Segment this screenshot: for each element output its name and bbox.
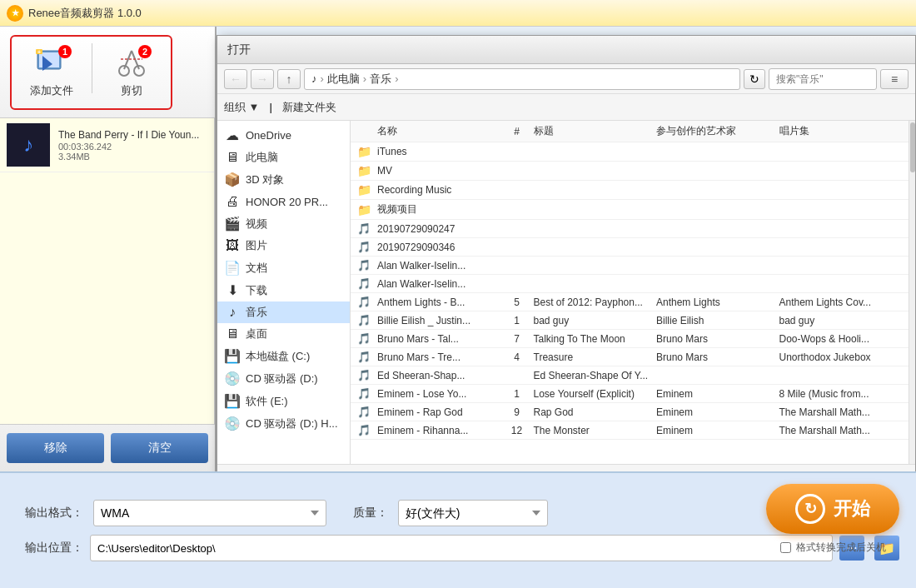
- sidebar-icon: 🎬: [224, 216, 241, 232]
- file-row[interactable]: 🎵 Anthem Lights - B... 5 Best of 2012: P…: [351, 293, 909, 311]
- file-row[interactable]: 🎵 20190729090247: [351, 220, 909, 238]
- file-row[interactable]: 📁 视频项目: [351, 200, 909, 220]
- output-path-input[interactable]: [90, 535, 833, 561]
- file-row-name: iTunes: [377, 146, 500, 157]
- file-row[interactable]: 🎵 Ed Sheeran-Shap... Ed Sheeran-Shape Of…: [351, 366, 909, 385]
- sidebar-label: 此电脑: [246, 150, 278, 165]
- sidebar-label: CD 驱动器 (D:) H...: [246, 416, 338, 431]
- sidebar-item-音乐[interactable]: ♪音乐: [217, 301, 350, 323]
- add-file-number: 1: [58, 45, 72, 58]
- file-row-name: 视频项目: [377, 202, 500, 217]
- sidebar-item-onedrive[interactable]: ☁OneDrive: [217, 124, 350, 147]
- file-row[interactable]: 🎵 Eminem - Rihanna... 12 The Monster Emi…: [351, 421, 909, 440]
- start-button[interactable]: ↻ 开始: [766, 484, 899, 534]
- view-options-button[interactable]: ≡: [880, 69, 909, 89]
- cut-button[interactable]: 2 剪切: [102, 43, 161, 102]
- file-row[interactable]: 📁 Recording Music: [351, 181, 909, 200]
- dialog-sidebar: ☁OneDrive🖥此电脑📦3D 对象🖨HONOR 20 PR...🎬视频🖼图片…: [217, 121, 351, 464]
- bottom-buttons: 移除 清空: [0, 424, 215, 471]
- file-row-name: Bruno Mars - Tre...: [377, 351, 500, 363]
- sidebar-label: OneDrive: [246, 129, 291, 142]
- sidebar-item-软件(e:)[interactable]: 💾软件 (E:): [217, 390, 350, 412]
- file-row-album: Unorthodox Jukebox: [779, 351, 903, 363]
- search-input[interactable]: [769, 68, 877, 90]
- sidebar-item-图片[interactable]: 🖼图片: [217, 235, 350, 257]
- col-artist[interactable]: 参与创作的艺术家: [656, 124, 779, 138]
- sidebar-item-文档[interactable]: 📄文档: [217, 257, 350, 279]
- col-number[interactable]: #: [500, 126, 534, 137]
- scroll-indicator[interactable]: [909, 121, 915, 464]
- file-row-name: Bruno Mars - Tal...: [377, 333, 500, 345]
- sidebar-label: 桌面: [246, 326, 267, 341]
- file-row[interactable]: 🎵 Alan Walker-Iselin...: [351, 275, 909, 293]
- file-row-num: 9: [500, 406, 534, 418]
- sidebar-icon: 💾: [224, 393, 241, 409]
- sidebar-item-cd驱动器(d:)h...[interactable]: 💿CD 驱动器 (D:) H...: [217, 412, 350, 435]
- file-row[interactable]: 🎵 20190729090346: [351, 238, 909, 257]
- file-row-name: Alan Walker-Iselin...: [377, 260, 500, 272]
- file-row[interactable]: 📁 MV: [351, 162, 909, 181]
- sidebar-icon: 📄: [224, 260, 241, 276]
- organize-button[interactable]: 组织 ▼: [224, 100, 259, 115]
- sidebar-item-下载[interactable]: ⬇下载: [217, 279, 350, 301]
- file-item[interactable]: ♪ The Band Perry - If I Die Youn... 00:0…: [0, 118, 214, 172]
- quality-select[interactable]: 好(文件大): [398, 500, 548, 526]
- file-size: 3.34MB: [58, 152, 207, 162]
- file-row-album: The Marshall Math...: [779, 425, 903, 436]
- cut-label: 剪切: [121, 83, 142, 98]
- main-content-area: + 1 添加文件: [0, 27, 916, 471]
- file-row[interactable]: 🎵 Eminem - Lose Yo... 1 Lose Yourself (E…: [351, 385, 909, 403]
- sidebar-label: 视频: [246, 217, 267, 232]
- forward-button[interactable]: →: [251, 69, 274, 89]
- organize-bar: 组织 ▼ | 新建文件夹: [217, 94, 915, 121]
- file-row[interactable]: 📁 iTunes: [351, 142, 909, 162]
- add-file-button[interactable]: + 1 添加文件: [22, 43, 82, 102]
- file-row-album: Anthem Lights Cov...: [779, 296, 903, 308]
- file-row-icon: 📁: [357, 203, 374, 217]
- col-album[interactable]: 唱片集: [779, 124, 903, 138]
- shutdown-checkbox[interactable]: [780, 542, 791, 553]
- sidebar-item-视频[interactable]: 🎬视频: [217, 212, 350, 235]
- remove-button[interactable]: 移除: [7, 433, 104, 463]
- file-name: The Band Perry - If I Die Youn...: [58, 128, 207, 142]
- path-music: 音乐: [370, 72, 391, 87]
- shutdown-label: 格式转换完成后关机: [796, 541, 886, 555]
- sidebar-item-本地磁盘(c:)[interactable]: 💾本地磁盘 (C:): [217, 345, 350, 367]
- file-row[interactable]: 🎵 Alan Walker-Iselin...: [351, 257, 909, 275]
- refresh-button[interactable]: ↻: [744, 69, 765, 89]
- toolbar-separator: [92, 43, 92, 93]
- sidebar-icon: 💿: [224, 416, 241, 431]
- sidebar-item-3d对象[interactable]: 📦3D 对象: [217, 168, 350, 191]
- music-icon: ♪: [23, 133, 33, 157]
- up-button[interactable]: ↑: [277, 69, 301, 89]
- file-row[interactable]: 🎵 Billie Eilish _ Justin... 1 bad guy Bi…: [351, 311, 909, 330]
- sidebar-item-桌面[interactable]: 🖥桌面: [217, 323, 350, 345]
- sidebar-item-此电脑[interactable]: 🖥此电脑: [217, 147, 350, 168]
- file-row[interactable]: 🎵 Bruno Mars - Tal... 7 Talking To The M…: [351, 330, 909, 348]
- file-row[interactable]: 🎵 Bruno Mars - Tre... 4 Treasure Bruno M…: [351, 348, 909, 366]
- file-row-icon: 🎵: [357, 351, 374, 363]
- dialog-content: 名称 # 标题 参与创作的艺术家 唱片集 📁 iTunes 📁 MV: [351, 121, 909, 464]
- start-area: ↻ 开始 格式转换完成后关机: [766, 484, 899, 555]
- toolbar: + 1 添加文件: [0, 27, 215, 118]
- shutdown-check: 格式转换完成后关机: [780, 541, 886, 555]
- file-row-artist: Bruno Mars: [656, 333, 779, 345]
- sidebar-label: HONOR 20 PR...: [246, 196, 328, 208]
- col-name[interactable]: 名称: [377, 124, 500, 138]
- file-row-num: 4: [500, 351, 534, 363]
- file-row[interactable]: 🎵 Eminem - Rap God 9 Rap God Eminem The …: [351, 403, 909, 421]
- col-title[interactable]: 标题: [534, 124, 657, 138]
- open-dialog: 打开 ← → ↑ ♪ › 此电脑 › 音乐 › ↻ ≡: [217, 35, 916, 471]
- back-button[interactable]: ←: [224, 69, 247, 89]
- sidebar-item-cd驱动器(d:)[interactable]: 💿CD 驱动器 (D:): [217, 367, 350, 390]
- clear-button[interactable]: 清空: [111, 433, 208, 463]
- new-folder-button[interactable]: 新建文件夹: [282, 100, 336, 115]
- sidebar-icon: 🖥: [224, 326, 241, 341]
- sidebar-icon: 💾: [224, 348, 241, 364]
- file-row-title: Talking To The Moon: [534, 333, 657, 345]
- format-select[interactable]: WMA: [93, 500, 326, 526]
- file-row-icon: 🎵: [357, 332, 374, 345]
- sidebar-item-honor20pr...[interactable]: 🖨HONOR 20 PR...: [217, 191, 350, 212]
- file-row-icon: 🎵: [357, 222, 374, 235]
- add-file-label: 添加文件: [30, 83, 73, 98]
